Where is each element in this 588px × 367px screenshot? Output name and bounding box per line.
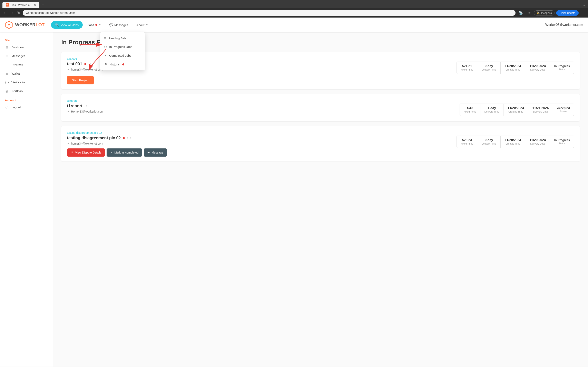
incognito-button[interactable]: 🕵 Incognito bbox=[534, 10, 554, 16]
status-value-t1report: Accepted bbox=[557, 106, 570, 110]
browser-chrome: W Bids - WorkerLot ✕ + ⌄ ← → ↻ 📡 ☆ 🕵 Inc… bbox=[0, 0, 588, 17]
fixed-price-label-t1report: Fixed Price bbox=[464, 110, 476, 113]
fixed-price-value-disagreement: $23.23 bbox=[461, 138, 473, 142]
job-status-disagreement: In Progress Status bbox=[550, 136, 574, 148]
messages-nav-button[interactable]: 💬 Messages bbox=[106, 21, 131, 29]
delivery-time-label-t1report: Delivery Time bbox=[484, 110, 499, 113]
sidebar-start-label: Start bbox=[0, 37, 53, 43]
sidebar-portfolio-label: Portfolio bbox=[11, 89, 23, 93]
job-info-row-disagreement: testing disagreement pic 02 ••• ✉ homer3… bbox=[67, 136, 574, 157]
email-icon-disagreement: ✉ bbox=[67, 142, 69, 145]
history-icon: ⚑ bbox=[104, 62, 107, 66]
logo-area: M WORKERLOT bbox=[5, 21, 44, 29]
message-button[interactable]: ✉ Message bbox=[144, 149, 167, 157]
job-card-t1report: t1report t1report ••• ✉ Homer33@workerlo… bbox=[61, 94, 580, 121]
dropdown-item-pending-bids[interactable]: ≡ Pending Bids bbox=[100, 34, 145, 42]
tab-close-button[interactable]: ✕ bbox=[34, 3, 36, 7]
job-title-t1report: t1report bbox=[67, 104, 82, 108]
delivery-date-value-disagreement: 11/20/2024 bbox=[529, 138, 546, 142]
browser-tab-active[interactable]: W Bids - WorkerLot ✕ bbox=[2, 2, 39, 8]
dashboard-icon: ⊞ bbox=[5, 45, 9, 49]
mark-complete-button[interactable]: ✓ Mark as completed bbox=[107, 149, 142, 157]
content-area: Start ⊞ Dashboard ▭ Messages ⊟ Reviews ◈… bbox=[0, 32, 588, 367]
cast-button[interactable]: 📡 bbox=[517, 10, 525, 16]
fixed-price-label-disagreement: Fixed Price bbox=[461, 142, 473, 145]
portfolio-icon: ◎ bbox=[5, 89, 9, 93]
email-icon-test001: ✉ bbox=[67, 68, 69, 71]
page-wrapper: M WORKERLOT 🔍 View All Jobs Jobs ▼ ≡ bbox=[0, 17, 588, 367]
job-delivery-date-test001: 11/20/2024 Delivery Date bbox=[525, 62, 550, 74]
finish-update-button[interactable]: Finish update bbox=[556, 10, 579, 16]
dropdown-item-completed[interactable]: ✓ Completed Jobs bbox=[100, 51, 145, 60]
pending-bids-label: Pending Bids bbox=[108, 36, 126, 40]
new-tab-button[interactable]: + bbox=[40, 2, 46, 8]
sidebar: Start ⊞ Dashboard ▭ Messages ⊟ Reviews ◈… bbox=[0, 32, 53, 367]
job-info-row-t1report: t1report ••• ✉ Homer33@workerlot.com $30… bbox=[67, 104, 574, 117]
fixed-price-value-test001: $21.21 bbox=[461, 64, 473, 68]
completed-jobs-label: Completed Jobs bbox=[109, 54, 131, 57]
message-label: Message bbox=[151, 151, 163, 154]
tab-expand-button[interactable]: ⌄ bbox=[583, 3, 586, 7]
dropdown-item-history[interactable]: ⚑ History bbox=[100, 60, 145, 69]
job-tag-t1report[interactable]: t1report bbox=[67, 99, 574, 102]
sidebar-item-verification[interactable]: ◯ Verification bbox=[0, 78, 53, 87]
job-menu-disagreement[interactable]: ••• bbox=[127, 136, 131, 140]
eye-icon: 👁 bbox=[71, 151, 73, 154]
view-dispute-label: View Dispute Details bbox=[75, 151, 101, 154]
jobs-dropdown-menu: ≡ Pending Bids ⊙ In Progress Jobs ✓ Comp… bbox=[100, 32, 145, 70]
wallet-icon: ◈ bbox=[5, 72, 9, 75]
sidebar-item-dashboard[interactable]: ⊞ Dashboard bbox=[0, 43, 53, 52]
forward-button[interactable]: → bbox=[9, 10, 15, 16]
back-button[interactable]: ← bbox=[2, 10, 8, 16]
job-fixed-price-disagreement: $23.23 Fixed Price bbox=[457, 136, 477, 148]
sidebar-item-portfolio[interactable]: ◎ Portfolio bbox=[0, 87, 53, 95]
job-menu-t1report[interactable]: ••• bbox=[85, 104, 89, 108]
delivery-date-label-t1report: Delivery Date bbox=[532, 110, 549, 113]
bookmark-button[interactable]: ☆ bbox=[526, 10, 532, 16]
delivery-date-label-disagreement: Delivery Date bbox=[529, 142, 546, 145]
browser-more-button[interactable]: ⋮ bbox=[580, 10, 586, 16]
job-delivery-time-disagreement: 0 day Delivery Time bbox=[477, 136, 501, 148]
tab-favicon: W bbox=[6, 3, 9, 7]
jobs-chevron-icon: ▼ bbox=[99, 24, 101, 26]
search-icon: 🔍 bbox=[55, 23, 59, 27]
logo-text: WORKERLOT bbox=[15, 22, 44, 27]
address-bar[interactable] bbox=[23, 10, 516, 16]
view-dispute-button[interactable]: 👁 View Dispute Details bbox=[67, 149, 105, 157]
svg-text:M: M bbox=[8, 24, 10, 27]
job-dot-disagreement bbox=[123, 137, 125, 139]
job-card-disagreement: testing disagreement pic 02 testing disa… bbox=[61, 126, 580, 161]
about-label: About bbox=[136, 23, 144, 27]
reload-button[interactable]: ↻ bbox=[16, 10, 21, 16]
status-label: Status bbox=[554, 68, 570, 71]
job-delivery-time-test001: 0 day Delivery Time bbox=[477, 62, 501, 74]
created-time-label-disagreement: Created Time bbox=[505, 142, 521, 145]
sidebar-item-reviews[interactable]: ⊟ Reviews bbox=[0, 60, 53, 69]
view-all-jobs-button[interactable]: 🔍 View All Jobs bbox=[51, 21, 83, 29]
browser-toolbar: ← → ↻ 📡 ☆ 🕵 Incognito Finish update ⋮ bbox=[0, 8, 588, 17]
main-content: In Progress Projects test 001 test 001 •… bbox=[53, 32, 588, 367]
job-title-disagreement: testing disagreement pic 02 bbox=[67, 136, 121, 140]
job-menu-test001[interactable]: ••• bbox=[88, 62, 93, 66]
dropdown-item-in-progress[interactable]: ⊙ In Progress Jobs bbox=[100, 42, 145, 51]
job-tag-disagreement[interactable]: testing disagreement pic 02 bbox=[67, 131, 574, 134]
fixed-price-label: Fixed Price bbox=[461, 68, 473, 71]
logo-icon: M bbox=[5, 21, 13, 29]
history-notification-dot bbox=[122, 63, 124, 66]
status-label-disagreement: Status bbox=[554, 142, 570, 145]
sidebar-item-wallet[interactable]: ◈ Wallet bbox=[0, 69, 53, 78]
logo-worker: WORKER bbox=[15, 22, 35, 27]
sidebar-item-logout[interactable]: ⏻ Logout bbox=[0, 103, 53, 111]
delivery-time-label-disagreement: Delivery Time bbox=[481, 142, 496, 145]
check-icon: ✓ bbox=[104, 54, 107, 58]
sidebar-account-label: Account bbox=[0, 95, 53, 103]
jobs-nav-button[interactable]: Jobs ▼ bbox=[84, 21, 104, 29]
sidebar-item-messages[interactable]: ▭ Messages bbox=[0, 52, 53, 60]
about-nav-button[interactable]: About ▼ bbox=[133, 21, 151, 29]
list-icon: ≡ bbox=[104, 36, 106, 40]
created-time-label: Created Time bbox=[505, 68, 521, 71]
job-email-t1report: Homer33@workerlot.com bbox=[71, 110, 104, 113]
start-project-button-test001[interactable]: Start Project bbox=[67, 76, 94, 84]
history-label: History bbox=[109, 63, 119, 66]
created-time-value-t1report: 11/20/2024 bbox=[508, 106, 524, 110]
